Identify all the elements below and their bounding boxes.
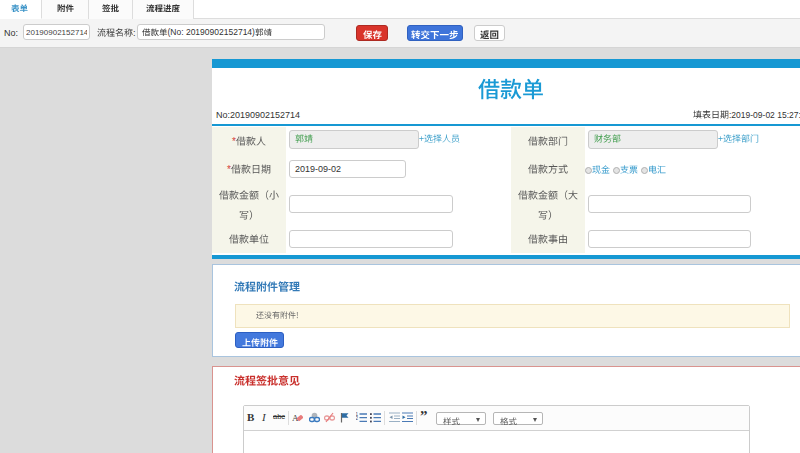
svg-text:2: 2	[356, 416, 359, 421]
